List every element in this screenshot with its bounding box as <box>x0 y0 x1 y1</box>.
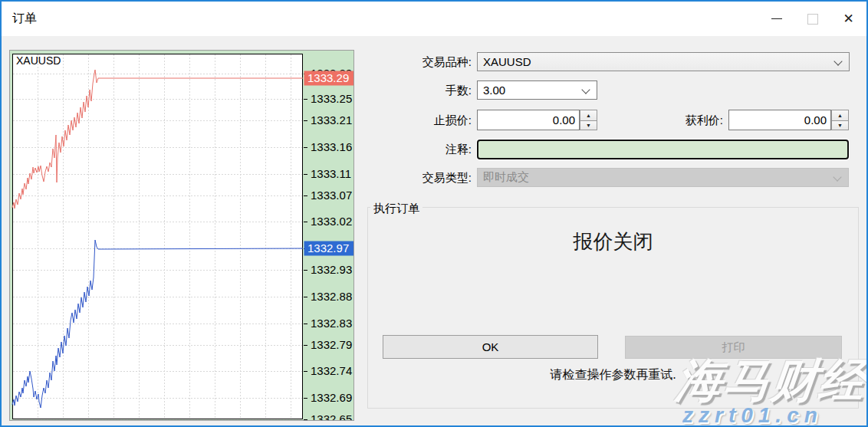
window-controls: ✕ <box>758 2 866 36</box>
takeprofit-spinner: ▲ ▼ <box>831 110 849 130</box>
type-label: 交易类型: <box>357 171 472 186</box>
arrow-up-icon: ▲ <box>837 113 843 118</box>
chevron-down-icon <box>833 57 842 65</box>
watermark-url-text: zzrt01.cn <box>682 403 823 427</box>
minimize-icon <box>771 18 782 19</box>
comment-label: 注释: <box>357 143 472 157</box>
svg-text:1332.88: 1332.88 <box>311 290 352 303</box>
svg-text:1333.29: 1333.29 <box>307 71 349 84</box>
chevron-down-icon <box>581 85 590 94</box>
titlebar: 订单 ✕ <box>2 2 866 36</box>
svg-text:1332.79: 1332.79 <box>311 338 352 351</box>
window-title: 订单 <box>12 11 37 27</box>
arrow-up-icon: ▲ <box>586 113 591 118</box>
spin-up-button[interactable]: ▲ <box>831 110 849 120</box>
ok-button-label: OK <box>482 340 499 353</box>
takeprofit-spinedit: ▲ ▼ <box>728 110 849 130</box>
close-button[interactable]: ✕ <box>830 2 866 36</box>
spin-down-button[interactable]: ▼ <box>831 120 849 130</box>
arrow-down-icon: ▼ <box>837 123 843 128</box>
svg-text:1332.97: 1332.97 <box>307 241 349 255</box>
spin-down-button[interactable]: ▼ <box>580 120 597 130</box>
svg-text:1332.65: 1332.65 <box>311 412 352 421</box>
quotes-closed-message: 报价关闭 <box>367 228 859 255</box>
stoploss-label: 止损价: <box>357 113 472 128</box>
svg-text:1332.69: 1332.69 <box>311 391 352 404</box>
svg-text:1333.07: 1333.07 <box>311 189 352 202</box>
svg-text:1333.11: 1333.11 <box>311 167 351 180</box>
symbol-value: XAUUSD <box>483 55 531 68</box>
execute-order-group-title: 执行订单 <box>370 202 422 216</box>
takeprofit-label: 获利价: <box>608 113 723 128</box>
arrow-down-icon: ▼ <box>586 123 591 128</box>
svg-text:1332.93: 1332.93 <box>311 263 352 276</box>
svg-text:1333.21: 1333.21 <box>311 113 352 126</box>
trade-type-combobox: 即时成交 <box>477 168 849 187</box>
spin-up-button[interactable]: ▲ <box>580 110 597 120</box>
close-icon: ✕ <box>843 11 853 27</box>
order-dialog-window: 订单 ✕ 1333.291333.251333.211333.161333.11… <box>0 0 868 427</box>
symbol-combobox[interactable]: XAUUSD <box>477 52 850 71</box>
svg-text:1332.83: 1332.83 <box>311 317 352 330</box>
comment-input[interactable] <box>477 140 849 159</box>
trade-type-value: 即时成交 <box>483 170 529 185</box>
svg-text:1333.25: 1333.25 <box>311 92 352 105</box>
maximize-button <box>794 2 830 36</box>
ok-button[interactable]: OK <box>383 335 598 359</box>
svg-text:1332.74: 1332.74 <box>311 364 352 377</box>
minimize-button[interactable] <box>758 2 794 36</box>
volume-label: 手数: <box>357 84 472 98</box>
symbol-label: 交易品种: <box>357 55 472 70</box>
chevron-down-icon <box>833 172 841 181</box>
svg-text:1333.02: 1333.02 <box>311 215 352 228</box>
volume-value: 3.00 <box>483 84 505 97</box>
tick-chart: 1333.291333.251333.211333.161333.111333.… <box>9 50 354 421</box>
tick-chart-svg: 1333.291333.251333.211333.161333.111333.… <box>10 51 354 421</box>
svg-text:XAUUSD: XAUUSD <box>16 54 61 67</box>
volume-combobox[interactable]: 3.00 <box>477 80 597 100</box>
stoploss-spinedit: ▲ ▼ <box>477 110 597 130</box>
maximize-icon <box>807 14 818 25</box>
takeprofit-input[interactable] <box>728 110 831 130</box>
svg-text:1333.16: 1333.16 <box>311 140 352 153</box>
stoploss-spinner: ▲ ▼ <box>580 110 597 130</box>
stoploss-input[interactable] <box>477 110 580 130</box>
